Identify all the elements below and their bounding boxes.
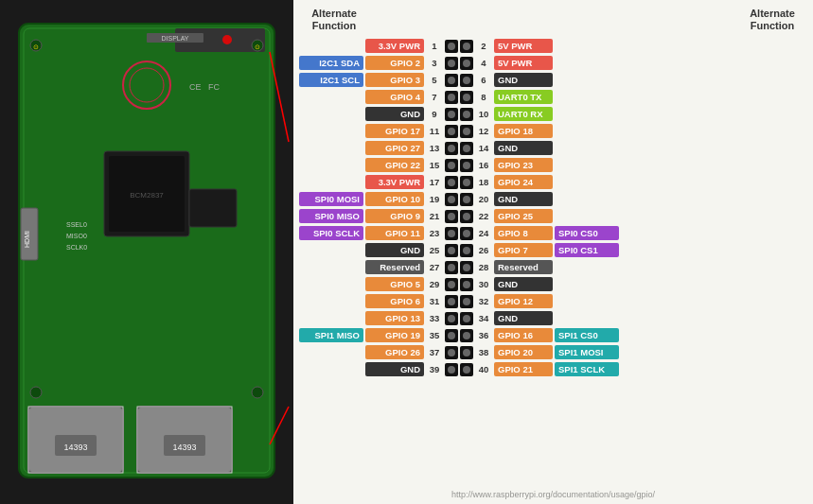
left-pin-num: 19	[426, 194, 443, 204]
left-alt-func	[299, 283, 363, 287]
left-pin-label: GPIO 27	[365, 141, 424, 155]
pinout-header: Alternate Function Alternate Function	[299, 8, 807, 32]
left-pin-num: 21	[426, 211, 443, 221]
connector-left	[445, 363, 458, 376]
left-pin-num: 23	[426, 228, 443, 238]
connector-right	[460, 261, 473, 274]
connector-right	[460, 142, 473, 155]
right-pin-label: GPIO 24	[494, 175, 553, 189]
left-pin-label: GND	[365, 243, 424, 257]
right-pin-label: GND	[494, 311, 553, 325]
right-alt-func	[555, 317, 619, 321]
connector-right	[460, 57, 473, 70]
connector-right	[460, 40, 473, 53]
left-pin-num: 29	[426, 279, 443, 289]
right-pin-label: GPIO 12	[494, 294, 553, 308]
right-pin-label: UART0 RX	[494, 107, 553, 121]
left-alt-func	[299, 181, 363, 184]
left-pin-num: 27	[426, 262, 443, 272]
right-alt-func	[555, 181, 619, 184]
pin-row: Reserved2728Reserved	[299, 259, 807, 275]
right-alt-func	[555, 266, 619, 269]
left-alt-func	[299, 96, 363, 99]
svg-text:CE: CE	[189, 82, 202, 92]
board-svg: 14393 14393 HDMI BCM2837 CE FC DISPLAY	[0, 0, 293, 504]
pin-row: SPI0 MISOGPIO 92122GPIO 25	[299, 208, 807, 224]
right-pin-num: 2	[475, 41, 492, 51]
left-pin-num: 25	[426, 245, 443, 255]
pin-row: GND910UART0 RX	[299, 106, 807, 122]
connector-left	[445, 329, 458, 342]
connector-left	[445, 57, 458, 70]
connector-left	[445, 40, 458, 53]
svg-text:HDMI: HDMI	[24, 231, 30, 248]
svg-text:⊙: ⊙	[255, 43, 260, 50]
connector-right	[460, 91, 473, 104]
left-alt-func	[299, 44, 363, 48]
left-alt-func	[299, 266, 363, 269]
left-alt-header: Alternate Function	[301, 8, 367, 32]
right-pin-num: 26	[475, 245, 492, 255]
right-alt-func: SPI0 CS1	[555, 243, 619, 257]
right-pin-num: 16	[475, 160, 492, 170]
svg-text:SSEL0: SSEL0	[66, 221, 87, 228]
right-pin-num: 4	[475, 58, 492, 68]
right-alt-func: SPI1 SCLK	[555, 362, 619, 376]
right-pin-label: GPIO 23	[494, 158, 553, 172]
left-pin-label: GPIO 9	[365, 209, 424, 223]
right-alt-header: Alternate Function	[739, 8, 805, 32]
right-pin-num: 32	[475, 296, 492, 306]
right-pin-label: GPIO 25	[494, 209, 553, 223]
pin-row: GPIO 478UART0 TX	[299, 89, 807, 105]
right-pin-num: 12	[475, 126, 492, 136]
right-alt-func	[555, 61, 619, 65]
right-pin-label: GPIO 21	[494, 362, 553, 376]
left-pin-label: GND	[365, 362, 424, 376]
pin-row: GPIO 221516GPIO 23	[299, 157, 807, 173]
left-pin-label: GPIO 10	[365, 192, 424, 206]
left-pin-label: GPIO 17	[365, 124, 424, 138]
left-pin-label: GPIO 2	[365, 56, 424, 70]
right-alt-func	[555, 96, 619, 99]
connector-left	[445, 227, 458, 240]
right-alt-func	[555, 147, 619, 150]
right-pin-label: GPIO 16	[494, 328, 553, 342]
right-pin-label: Reserved	[494, 260, 553, 274]
right-pin-num: 10	[475, 109, 492, 119]
left-pin-num: 7	[426, 92, 443, 102]
connector-right	[460, 125, 473, 138]
left-pin-label: GPIO 11	[365, 226, 424, 240]
right-pin-label: UART0 TX	[494, 90, 553, 104]
left-pin-num: 37	[426, 347, 443, 357]
left-alt-func: I2C1 SDA	[299, 56, 363, 70]
connector-right	[460, 346, 473, 359]
left-pin-label: GPIO 4	[365, 90, 424, 104]
right-alt-func	[555, 215, 619, 218]
connector-right	[460, 193, 473, 206]
svg-point-26	[252, 387, 263, 398]
pin-row: GPIO 171112GPIO 18	[299, 123, 807, 139]
left-pin-label: GPIO 6	[365, 294, 424, 308]
right-alt-func	[555, 113, 619, 116]
right-pin-label: GND	[494, 141, 553, 155]
left-alt-func: SPI0 SCLK	[299, 226, 363, 240]
right-pin-num: 18	[475, 177, 492, 187]
left-pin-label: Reserved	[365, 260, 424, 274]
right-pin-label: GND	[494, 192, 553, 206]
left-pin-label: 3.3V PWR	[365, 39, 424, 53]
connector-right	[460, 363, 473, 376]
left-pin-label: GPIO 3	[365, 73, 424, 87]
right-pin-label: GPIO 8	[494, 226, 553, 240]
connector-left	[445, 125, 458, 138]
left-pin-num: 31	[426, 296, 443, 306]
left-alt-func: I2C1 SCL	[299, 73, 363, 87]
left-pin-num: 35	[426, 330, 443, 340]
right-alt-func	[555, 198, 619, 201]
left-alt-func	[299, 300, 363, 304]
left-pin-label: GPIO 19	[365, 328, 424, 342]
connector-right	[460, 312, 473, 325]
left-alt-func	[299, 147, 363, 150]
connector-right	[460, 108, 473, 121]
left-pin-num: 11	[426, 126, 443, 136]
right-pin-label: GND	[494, 73, 553, 87]
